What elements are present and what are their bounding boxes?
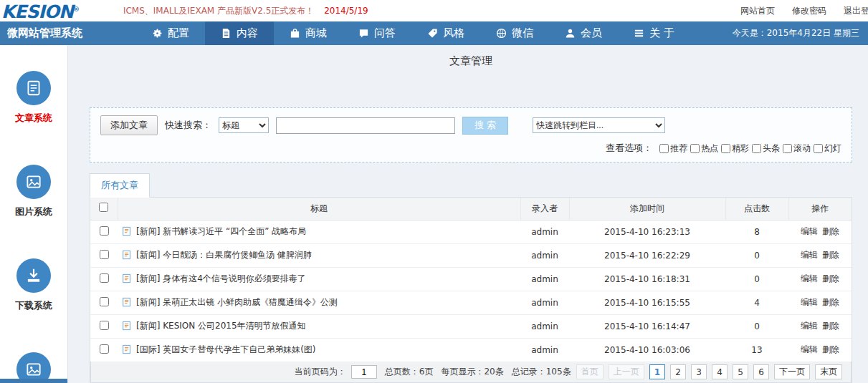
- page-button-4[interactable]: 4: [712, 364, 728, 379]
- site-home-link[interactable]: 网站首页: [740, 5, 775, 17]
- nav-label-member: 会员: [581, 26, 602, 40]
- nav-label-content: 内容: [237, 26, 258, 40]
- headline-checkbox[interactable]: [752, 144, 761, 153]
- sidebar-item-download-system[interactable]: 下载系统: [0, 258, 67, 312]
- page-button-1[interactable]: 1: [649, 364, 665, 379]
- nav-item-qa[interactable]: 问答: [343, 21, 411, 45]
- logout-link[interactable]: 退出登录: [844, 5, 868, 17]
- category-jump-select[interactable]: 快速跳转到栏目...: [533, 117, 665, 133]
- sidebar-label-download: 下载系统: [15, 299, 52, 312]
- slide-checkbox[interactable]: [814, 144, 823, 153]
- nav-label-config: 配置: [168, 26, 189, 40]
- search-panel-row1: 添加文章 快速搜索： 标题 搜 索 快速跳转到栏目...: [100, 115, 841, 135]
- sidebar-item-article-system[interactable]: 文章系统: [0, 71, 67, 125]
- current-page-input[interactable]: [351, 365, 377, 379]
- edit-link[interactable]: 编辑: [801, 344, 818, 354]
- search-type-select[interactable]: 标题: [219, 117, 269, 133]
- delete-link[interactable]: 删除: [822, 344, 839, 354]
- table-row: [新闻] 今日靓汤：白果腐竹煲鲫鱼汤 健脾润肺 admin 2015-4-10 …: [90, 243, 852, 267]
- row-checkbox[interactable]: [100, 250, 109, 259]
- edit-link[interactable]: 编辑: [801, 321, 818, 331]
- row-checkbox[interactable]: [100, 226, 109, 236]
- top-links: 网站首页 修改密码 退出登录: [740, 0, 868, 21]
- nav-item-content[interactable]: 内容: [205, 21, 274, 45]
- shop-icon: [290, 28, 300, 39]
- article-title-link[interactable]: [新闻] 身体有这4个信号说明你必须要排毒了: [136, 273, 306, 283]
- nav-item-wechat[interactable]: 微信: [480, 21, 549, 45]
- nav-item-mall[interactable]: 商城: [274, 21, 343, 45]
- nav-label-style: 风格: [443, 26, 464, 40]
- quick-search-label: 快速搜索：: [165, 119, 211, 132]
- edit-link[interactable]: 编辑: [801, 273, 818, 283]
- image-icon: [16, 165, 51, 199]
- last-page-button[interactable]: 末页: [815, 364, 842, 379]
- view-option-headline[interactable]: 头条: [752, 142, 780, 155]
- select-all-checkbox[interactable]: [99, 203, 108, 212]
- edit-link[interactable]: 编辑: [801, 226, 818, 236]
- recommend-checkbox[interactable]: [659, 144, 669, 153]
- scroll-checkbox[interactable]: [783, 144, 792, 153]
- header-author: 录入者: [520, 198, 569, 220]
- system-title: 微网站管理系统: [0, 21, 115, 45]
- row-checkbox[interactable]: [100, 297, 109, 306]
- edit-link[interactable]: 编辑: [801, 297, 818, 307]
- row-checkbox[interactable]: [100, 344, 109, 354]
- article-title-link[interactable]: [新闻] 呆萌正太出镜 小鲜肉助威《猎魔通缉令》公测: [136, 297, 338, 307]
- view-option-slide[interactable]: 幻灯: [814, 142, 841, 155]
- change-password-link[interactable]: 修改密码: [792, 5, 826, 17]
- next-button[interactable]: 下一页: [774, 364, 810, 379]
- view-option-hot[interactable]: 热点: [690, 142, 718, 155]
- nav-item-config[interactable]: 配置: [136, 21, 205, 45]
- delete-link[interactable]: 删除: [822, 321, 839, 331]
- featured-checkbox[interactable]: [721, 144, 730, 153]
- globe-icon: [496, 28, 507, 39]
- article-title-link[interactable]: [国际] 英国女子替母代孕生下自己弟弟妹妹(图): [136, 344, 316, 354]
- row-checkbox[interactable]: [100, 321, 109, 330]
- nav-item-style[interactable]: 风格: [411, 21, 480, 45]
- tab-row: 所有文章: [90, 173, 852, 197]
- view-option-featured[interactable]: 精彩: [721, 142, 749, 155]
- table-row: [国际] 英国女子替母代孕生下自己弟弟妹妹(图) admin 2015-4-10…: [90, 338, 852, 362]
- first-page-button[interactable]: 首页: [576, 364, 604, 379]
- page-button-3[interactable]: 3: [691, 364, 707, 379]
- hot-checkbox[interactable]: [690, 144, 700, 153]
- view-option-recommend[interactable]: 推荐: [659, 142, 687, 155]
- article-title-link[interactable]: [新闻] 新书解读习近平 “四个全面” 战略布局: [136, 226, 306, 236]
- search-input[interactable]: [276, 117, 455, 134]
- registered-mark: ®: [73, 6, 79, 13]
- announcement-date: 2014/5/19: [324, 6, 368, 16]
- row-time: 2015-4-10 16:23:13: [569, 220, 725, 243]
- row-clicks: 4: [725, 291, 788, 314]
- nav-item-about[interactable]: 关 于: [618, 21, 690, 45]
- delete-link[interactable]: 删除: [822, 226, 839, 236]
- page-button-2[interactable]: 2: [670, 364, 686, 379]
- row-checkbox[interactable]: [100, 273, 109, 283]
- main-content: 文章管理 添加文章 快速搜索： 标题 搜 索 快速跳转到栏目... 查看选项： …: [68, 45, 868, 383]
- add-article-button[interactable]: 添加文章: [100, 115, 158, 135]
- delete-link[interactable]: 删除: [822, 250, 839, 260]
- article-title-link[interactable]: [新闻] 今日靓汤：白果腐竹煲鲫鱼汤 健脾润肺: [136, 250, 312, 260]
- view-option-scroll[interactable]: 滚动: [783, 142, 811, 155]
- edit-link[interactable]: 编辑: [801, 250, 818, 260]
- next-page-button[interactable]: 6: [753, 364, 769, 379]
- delete-link[interactable]: 删除: [822, 297, 839, 307]
- article-title-link[interactable]: [新闻] KESION 公司2015年清明节放假通知: [136, 321, 306, 331]
- article-doc-icon: [122, 344, 132, 357]
- kesion-logo: KESION®: [0, 0, 79, 21]
- delete-link[interactable]: 删除: [822, 273, 839, 283]
- article-doc-icon: [122, 273, 132, 286]
- sidebar-label-article: 文章系统: [15, 112, 52, 125]
- article-doc-icon: [122, 226, 132, 238]
- article-icon: [16, 71, 51, 105]
- sidebar-item-image-system[interactable]: 图片系统: [0, 165, 67, 218]
- row-time: 2015-4-10 16:03:06: [569, 338, 725, 362]
- tab-all-articles[interactable]: 所有文章: [90, 173, 150, 198]
- article-doc-icon: [122, 297, 132, 309]
- row-time: 2015-4-10 16:22:29: [569, 243, 725, 267]
- nav-item-member[interactable]: 会员: [549, 21, 618, 45]
- prev-page-button[interactable]: 上一页: [609, 364, 644, 379]
- header-clicks: 点击数: [725, 198, 788, 220]
- nav-items: 配置 内容 商城 问答 风格 微信 会员 关 于: [136, 21, 690, 45]
- page-button-5[interactable]: 5: [733, 364, 748, 379]
- search-button[interactable]: 搜 索: [462, 117, 508, 135]
